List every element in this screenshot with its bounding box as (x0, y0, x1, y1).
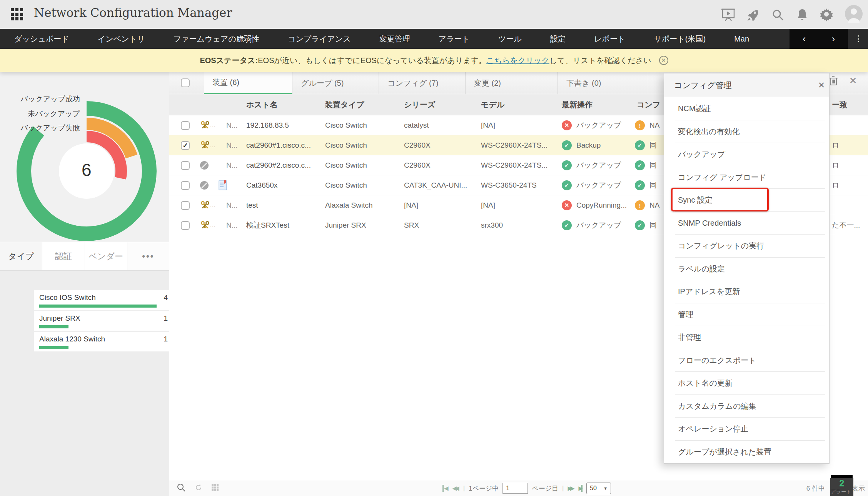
panel-item--[interactable]: 管理 (664, 303, 829, 326)
column-header-4[interactable]: モデル (481, 94, 504, 115)
panel-item-ip-[interactable]: IPアドレスを更新 (664, 280, 829, 303)
nav-item-6[interactable]: アラート (424, 29, 484, 49)
prev-page-icon[interactable]: ◀◀ (452, 485, 459, 492)
select-all-checkbox[interactable] (181, 78, 190, 87)
panel-close-icon[interactable]: ✕ (814, 80, 829, 90)
vendor-bar (39, 305, 157, 308)
nav-item-2[interactable]: インベントリ (83, 29, 159, 49)
cell-conflict: !NA (635, 115, 659, 135)
icon-ellipsis: ... (210, 202, 216, 208)
rocket-icon[interactable] (746, 8, 760, 21)
panel-item-snmp-credentials[interactable]: SNMP Credentials (664, 212, 829, 235)
sidebar-tab-3[interactable]: ベンダー (85, 242, 127, 270)
next-page-icon[interactable]: ▶▶ (568, 485, 575, 492)
bell-icon[interactable] (796, 8, 809, 21)
panel-item-ncm-[interactable]: NCM認証 (664, 97, 829, 120)
icon-ellipsis: ... (210, 222, 216, 228)
operation-label: バックアップ (576, 160, 621, 170)
nav-item-7[interactable]: ツール (484, 29, 536, 49)
vendor-row[interactable]: Cisco IOS Switch4 (34, 290, 172, 310)
close-table-panel-icon[interactable]: ✕ (849, 76, 857, 87)
column-header-5[interactable]: 最新操作 (562, 94, 593, 115)
panel-items: NCM認証変化検出の有効化バックアップコンフィグ アップロードSync 設定SN… (664, 97, 829, 463)
column-header-6[interactable]: コンフ (637, 94, 660, 115)
cell-far-fragment: ロ (832, 175, 839, 195)
nav-item-11[interactable]: Man (720, 29, 749, 49)
panel-item--[interactable]: カスタムカラムの編集 (664, 395, 829, 418)
nav-scroll-left-icon[interactable]: ‹ (803, 34, 806, 43)
nav-scroll-right-icon[interactable]: › (832, 34, 835, 43)
row-checkbox[interactable] (181, 161, 190, 170)
page-size-select[interactable]: 50 ▼ (586, 483, 611, 494)
panel-item--[interactable]: コンフィグ アップロード (664, 166, 829, 189)
nav-overflow-menu-icon[interactable]: ⋮ (854, 29, 863, 49)
search-table-icon[interactable] (177, 483, 185, 493)
table-tab-3[interactable]: コンフィグ (7) (379, 72, 466, 94)
sidebar-tab-2[interactable]: 認証 (42, 242, 85, 270)
eos-banner-link[interactable]: こちらをクリック (486, 55, 549, 66)
cell-model: [NA] (481, 115, 495, 135)
user-avatar[interactable] (845, 5, 863, 24)
column-header-3[interactable]: シリーズ (404, 94, 435, 115)
sidebar-tabs: タイプ認証ベンダー••• (0, 242, 169, 271)
status-ok-icon: ✓ (562, 180, 572, 190)
cell-series: [NA] (404, 195, 418, 215)
panel-item--[interactable]: 非管理 (664, 326, 829, 349)
panel-item--[interactable]: ラベルの設定 (664, 258, 829, 281)
cell-conflict: ✓同 (635, 215, 657, 235)
vendor-row[interactable]: Alaxala 1230 Switch1 (34, 332, 172, 351)
nav-item-4[interactable]: コンプライアンス (274, 29, 365, 49)
chevron-down-icon: ▼ (603, 486, 608, 491)
app-root: { "header": { "title": "Network Configur… (0, 0, 868, 496)
row-checkbox-cell: ✓ (181, 135, 190, 155)
nav-item-10[interactable]: サポート(米国) (639, 29, 720, 49)
presentation-icon[interactable] (722, 8, 735, 21)
cell-last-operation: ✓バックアップ (562, 175, 621, 195)
nav-item-9[interactable]: レポート (580, 29, 639, 49)
grid-view-icon[interactable] (212, 484, 219, 493)
panel-item--[interactable]: ホスト名の更新 (664, 372, 829, 395)
last-page-icon[interactable]: ▶ (579, 485, 583, 492)
sidebar-tab-more[interactable]: ••• (127, 242, 169, 270)
table-tab-5[interactable]: 下書き (0) (558, 72, 648, 94)
nav-item-8[interactable]: 設定 (536, 29, 580, 49)
search-icon[interactable] (771, 8, 784, 21)
panel-item--[interactable]: コンフィグレットの実行 (664, 235, 829, 258)
panel-item-sync-[interactable]: Sync 設定 (664, 189, 829, 212)
nav-item-5[interactable]: 変更管理 (365, 29, 424, 49)
refresh-icon[interactable] (195, 484, 202, 493)
cell-device-type: Cisco Switch (325, 175, 367, 195)
nav-item-1[interactable]: ダッシュボード (0, 29, 83, 49)
delete-icon[interactable] (829, 76, 838, 87)
table-tab-4[interactable]: 変更 (2) (466, 72, 558, 94)
table-tab-2[interactable]: グループ (5) (292, 72, 379, 94)
alert-widget-handle (831, 475, 853, 478)
row-checkbox[interactable] (181, 121, 190, 130)
row-checkbox[interactable] (181, 201, 190, 210)
column-header-1[interactable]: ホスト名 (246, 94, 277, 115)
table-tab-1[interactable]: 装置 (6) (204, 72, 292, 94)
nav-item-3[interactable]: ファームウェアの脆弱性 (159, 29, 274, 49)
apps-grid-icon[interactable] (11, 8, 24, 21)
row-checkbox[interactable]: ✓ (181, 141, 190, 150)
alert-widget[interactable]: 2 アラート (830, 475, 853, 496)
eos-banner-suffix: して、リストを確認ください (549, 55, 651, 66)
panel-item--[interactable]: 変化検出の有効化 (664, 120, 829, 143)
operation-label: バックアップ (576, 120, 621, 130)
banner-close-icon[interactable]: ✕ (659, 56, 668, 65)
page-number-input[interactable] (502, 483, 528, 494)
sidebar-tab-1[interactable]: タイプ (0, 242, 42, 270)
panel-item--[interactable]: フローのエクスポート (664, 349, 829, 372)
panel-item--[interactable]: グループが選択された装置 (664, 441, 829, 464)
icon-ellipsis: ... (210, 142, 216, 148)
row-checkbox[interactable] (181, 181, 190, 190)
gear-icon[interactable] (820, 8, 833, 21)
panel-item--[interactable]: オペレーション停止 (664, 418, 829, 441)
donut-total-count: 6 (82, 160, 92, 180)
cell-device-type: Cisco Switch (325, 135, 367, 155)
row-checkbox[interactable] (181, 221, 190, 230)
panel-item--[interactable]: バックアップ (664, 143, 829, 166)
vendor-row[interactable]: Juniper SRX1 (34, 311, 172, 331)
column-header-2[interactable]: 装置タイプ (325, 94, 364, 115)
first-page-icon[interactable]: ◀ (442, 485, 449, 492)
